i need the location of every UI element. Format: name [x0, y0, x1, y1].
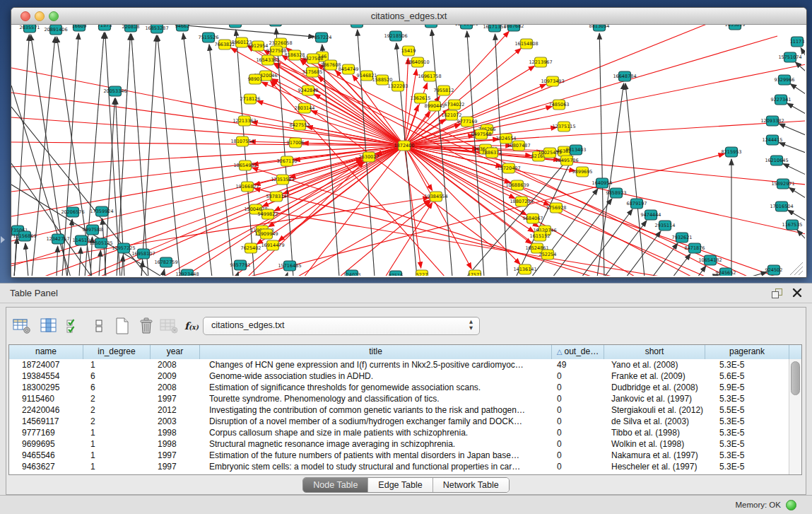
network-node[interactable]: 8912954 [248, 41, 269, 51]
network-node[interactable]: 16609 [72, 25, 87, 31]
network-node[interactable]: 17359924 [90, 206, 113, 216]
column-header-year[interactable]: year [151, 345, 200, 359]
network-edge[interactable] [141, 35, 156, 276]
network-edge[interactable] [11, 163, 92, 276]
column-header-name[interactable]: name [9, 345, 83, 359]
table-row[interactable]: 1938455462009Genome-wide association stu… [9, 370, 789, 382]
network-node[interactable]: 1615152 [530, 231, 551, 241]
network-node[interactable]: 2530027 [359, 152, 379, 162]
network-node[interactable]: 9227341 [771, 95, 792, 105]
rows-icon[interactable] [89, 316, 109, 336]
network-node[interactable]: 5878314 [266, 192, 287, 201]
network-edge[interactable] [236, 30, 254, 276]
network-node[interactable]: 1322203 [388, 81, 408, 91]
network-node[interactable]: 16958107 [131, 249, 155, 259]
column-visibility-icon[interactable] [39, 316, 59, 336]
table-row[interactable]: 946554611997Estimation of the future num… [9, 450, 789, 461]
network-window-titlebar[interactable]: citations_edges.txt [11, 8, 806, 25]
network-node[interactable]: 12213967 [529, 57, 552, 67]
network-node[interactable]: 2935114 [655, 221, 676, 230]
new-document-icon[interactable] [112, 316, 132, 336]
network-node[interactable]: 9242848 [298, 86, 319, 95]
network-edge[interactable] [788, 210, 805, 221]
table-row[interactable]: 911546021997Tourette syndrome. Phenomeno… [9, 393, 789, 404]
network-node[interactable]: 19218506 [384, 31, 407, 41]
network-node[interactable]: 18495786 [555, 156, 578, 165]
table-row[interactable]: 1456911722003Disruption of a novel membe… [9, 416, 789, 427]
network-edge[interactable] [122, 255, 123, 276]
network-node[interactable]: 11173 [790, 37, 805, 47]
network-node[interactable]: 12923448 [175, 269, 199, 276]
network-node[interactable]: 6466162 [421, 25, 442, 28]
network-node[interactable]: 8471876 [685, 243, 705, 253]
network-edge[interactable] [99, 250, 100, 276]
table-selector-combobox[interactable]: citations_edges.txt ▲▼ [203, 317, 480, 335]
network-node[interactable]: 9245652 [716, 268, 736, 276]
network-node[interactable]: 16853287 [145, 25, 168, 33]
trash-icon[interactable] [136, 316, 156, 336]
network-node[interactable]: 7485063 [549, 100, 570, 110]
network-edge[interactable] [582, 209, 632, 276]
network-node[interactable]: 12375115 [552, 122, 575, 132]
network-node[interactable]: 1244415 [763, 135, 783, 145]
network-node[interactable]: 18654982 [233, 160, 257, 170]
network-edge[interactable] [797, 230, 805, 239]
network-node[interactable]: 14136141 [513, 264, 536, 274]
network-node[interactable]: 2087682 [504, 25, 524, 31]
network-node[interactable]: 5227 [416, 270, 428, 276]
network-edge[interactable] [652, 243, 678, 276]
network-node[interactable]: 71573 [98, 25, 112, 30]
network-node[interactable]: 16154808 [514, 39, 538, 49]
network-edge[interactable] [290, 146, 404, 177]
network-node[interactable]: 6734022 [445, 100, 465, 110]
network-node[interactable]: 10719155 [454, 25, 478, 29]
network-node[interactable]: 917006 [287, 138, 305, 148]
network-node[interactable]: 19384554 [424, 192, 447, 201]
network-edge[interactable] [257, 101, 404, 146]
network-edge[interactable] [779, 124, 805, 135]
network-node[interactable]: 7625402 [241, 243, 261, 253]
network-node[interactable]: 18640910 [406, 57, 429, 67]
network-node[interactable]: 94662 [175, 25, 190, 31]
network-edge[interactable] [14, 238, 17, 276]
network-node[interactable]: 8990445 [425, 101, 445, 111]
tab-edge-table[interactable]: Edge Table [368, 478, 433, 492]
network-node[interactable]: 12505135 [89, 238, 112, 248]
network-node[interactable]: 1362615 [411, 93, 431, 103]
network-node[interactable]: 16961758 [418, 71, 441, 81]
network-node[interactable]: 15892971 [771, 179, 794, 189]
network-node[interactable]: 9329966 [775, 75, 795, 85]
network-node[interactable]: 220818 [122, 25, 140, 32]
network-edge[interactable] [779, 143, 805, 153]
network-node[interactable]: 39159 [11, 230, 12, 240]
network-node[interactable]: 15716485 [278, 261, 301, 271]
row-check-icon[interactable] [64, 316, 84, 336]
network-edge[interactable] [789, 187, 805, 198]
column-header-title[interactable]: title [200, 345, 552, 359]
network-node[interactable]: 12353583 [271, 175, 294, 185]
network-node[interactable]: 9858923 [606, 188, 627, 198]
network-edge[interactable] [404, 146, 777, 276]
drawer-arrow-icon[interactable] [1, 236, 5, 243]
float-panel-icon[interactable] [772, 288, 782, 298]
table-row[interactable]: 946362711997Embryonic stem cells: a mode… [9, 461, 789, 472]
network-edge[interactable] [599, 33, 604, 276]
table-settings-icon[interactable] [12, 316, 32, 336]
network-node[interactable]: 2718126 [240, 94, 261, 104]
network-node[interactable]: 16648784 [613, 71, 636, 81]
network-node[interactable]: 97516 [389, 271, 404, 276]
network-edge[interactable] [673, 254, 690, 276]
table-row[interactable]: 2242004622012Investigating the contribut… [9, 404, 789, 416]
column-header-pagerank[interactable]: pagerank [705, 345, 789, 359]
memory-status-icon[interactable] [786, 500, 796, 510]
network-node[interactable]: 124023 [343, 270, 361, 276]
network-node[interactable]: 2035571 [20, 25, 40, 33]
network-node[interactable]: 7515526 [199, 33, 219, 42]
table-row[interactable]: 1872400712008Changes of HCN gene express… [9, 359, 789, 370]
network-node[interactable]: 98901 [248, 74, 263, 84]
network-edge[interactable] [749, 272, 767, 276]
network-node[interactable]: 18107554 [230, 136, 254, 146]
network-node[interactable]: 20891406 [44, 25, 67, 35]
column-header-outde[interactable]: △out_de… [552, 345, 604, 359]
network-node[interactable]: 1167535 [782, 220, 803, 230]
